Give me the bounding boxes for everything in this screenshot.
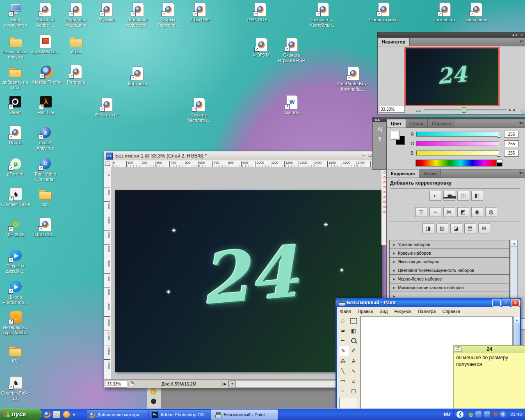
desktop-icon[interactable]: Почта: [1, 126, 30, 146]
start-button[interactable]: пуск: [0, 409, 42, 420]
desktop-icon[interactable]: ▶Секреты дизайн...: [1, 249, 30, 274]
zoom-out-icon[interactable]: ▲▲: [415, 109, 421, 112]
channel-slider[interactable]: [416, 132, 499, 137]
pencil-tool[interactable]: ✎: [338, 346, 349, 356]
scroll-up-icon[interactable]: ▲: [514, 317, 520, 324]
vibrance-icon[interactable]: ▽: [415, 207, 427, 217]
desktop-icon[interactable]: ✿QIP 2005: [1, 217, 30, 237]
channel-value-field[interactable]: 255: [504, 140, 519, 147]
selective-color-icon[interactable]: ⊠: [478, 224, 490, 233]
zoom-level-field[interactable]: 33,33%: [105, 381, 127, 388]
select-tool[interactable]: [349, 316, 358, 326]
preset-row[interactable]: ▶Экспозиция наборов: [390, 258, 509, 266]
desktop-icon[interactable]: кинопоиск: [462, 2, 491, 23]
desktop-icon[interactable]: игры: [62, 34, 90, 55]
paint-title-bar[interactable]: Безымянный - Paint _□✕: [336, 298, 521, 307]
maximize-icon[interactable]: □: [502, 299, 510, 307]
sticky-note-body[interactable]: он меньше по размеру получается: [454, 353, 525, 409]
channel-slider-handle-icon[interactable]: [497, 153, 501, 156]
levels-icon[interactable]: ▂▅▃: [443, 191, 455, 201]
color-balance-icon[interactable]: ⋈: [443, 207, 455, 217]
navigator-preview[interactable]: 24: [404, 47, 500, 106]
magnifier-tool[interactable]: [349, 336, 358, 345]
color-picker-tool[interactable]: ✒: [338, 336, 348, 345]
desktop-icon[interactable]: KU: [1, 344, 30, 364]
quick-launch-overflow-icon[interactable]: »: [73, 412, 75, 417]
scroll-left-icon[interactable]: ◄: [228, 381, 236, 387]
desktop-icon[interactable]: torrents.ru: [431, 2, 459, 23]
eraser-tool[interactable]: ▰: [338, 326, 348, 336]
preset-row[interactable]: ▶Уровни наборов: [390, 240, 509, 249]
black-white-icon[interactable]: ◩: [457, 207, 469, 217]
foreground-color-swatch[interactable]: [391, 131, 400, 140]
character-panel-icon[interactable]: A|: [373, 126, 387, 132]
desktop-icon[interactable]: В Контакте: [92, 98, 121, 118]
task-button[interactable]: PsAdobe Photoshop CS...: [148, 409, 215, 420]
desktop-icon[interactable]: Картинки: [123, 66, 152, 87]
menu-item-Вид[interactable]: Вид: [376, 309, 391, 314]
brightness-contrast-icon[interactable]: ◐: [429, 191, 441, 201]
desktop-icon[interactable]: Уроки по Adobe ...: [31, 2, 59, 28]
curve-tool[interactable]: ∿: [349, 366, 358, 376]
dock-expand-icon[interactable]: ▶▶: [375, 118, 380, 122]
desktop-icon[interactable]: Paranoia: [62, 65, 90, 85]
photo-filter-icon[interactable]: ◉: [471, 207, 483, 217]
dock-close-icon[interactable]: ✕: [520, 33, 523, 37]
torrent1-icon[interactable]: [475, 411, 482, 418]
avast-sphere-icon[interactable]: a: [500, 411, 506, 418]
ruler-origin-box[interactable]: [104, 160, 111, 167]
maximize-icon[interactable]: □: [369, 152, 372, 158]
avast-v-icon[interactable]: V: [492, 411, 498, 418]
desktop-icon[interactable]: The Pirate Bay - Крупнейш...: [337, 66, 370, 92]
menu-item-Палитра[interactable]: Палитра: [415, 309, 439, 314]
navigator-zoom-slider[interactable]: [424, 110, 507, 110]
firefox-icon[interactable]: [43, 411, 50, 418]
rectangle-tool[interactable]: ▭: [338, 376, 348, 386]
airbrush-tool[interactable]: ⁂: [338, 356, 348, 366]
desktop-icon[interactable]: добавить на мр3: [1, 65, 30, 90]
spectrum-black-swatch[interactable]: [497, 162, 502, 167]
invert-icon[interactable]: ◨: [422, 224, 434, 233]
desktop-icon[interactable]: Inshaker — Коктейльн...: [308, 2, 338, 28]
desktop-icon[interactable]: ♞Counter-Strike: [1, 187, 30, 207]
exposure-icon[interactable]: ◧: [471, 191, 483, 201]
desktop-icon[interactable]: CTotal Video Converter: [31, 157, 59, 182]
desktop-icon[interactable]: ФОРУМ: [247, 38, 276, 58]
color-spectrum-bar[interactable]: [415, 160, 497, 167]
minimize-icon[interactable]: –: [362, 152, 365, 158]
channel-slider[interactable]: [416, 151, 499, 155]
qip-icon[interactable]: ✿: [467, 411, 473, 418]
desktop-icon[interactable]: http10.10....: [31, 217, 59, 237]
desktop-icon[interactable]: µµTorrent: [1, 157, 30, 177]
tab-adjust-2[interactable]: Маски: [419, 169, 441, 178]
ellipse-tool[interactable]: ○: [338, 386, 348, 395]
line-tool[interactable]: ╲: [338, 366, 348, 376]
posterize-icon[interactable]: ▨: [436, 224, 448, 233]
desktop-icon[interactable]: Игры PSP: [185, 2, 214, 23]
tab-navigator[interactable]: Навигатор: [378, 38, 410, 46]
menu-item-Правка[interactable]: Правка: [354, 309, 376, 314]
desktop-icon[interactable]: Mozilla Firefox: [32, 65, 62, 85]
free-form-select-tool[interactable]: ✩: [338, 316, 348, 326]
menu-item-Рисунок[interactable]: Рисунок: [391, 309, 415, 314]
panel-menu-icon[interactable]: ▾≡: [519, 121, 524, 125]
language-indicator[interactable]: RU: [444, 412, 450, 417]
desktop-icon[interactable]: скачать: [277, 95, 306, 115]
menu-item-Справка[interactable]: Справка: [439, 309, 463, 314]
desktop-icon[interactable]: aavast! Antivirus: [31, 126, 59, 151]
zoom-in-icon[interactable]: ▲▲: [507, 107, 516, 112]
task-button[interactable]: Безымянный - Paint: [211, 409, 278, 420]
desktop-icon[interactable]: psp: [31, 187, 59, 207]
tab-color-2[interactable]: Стили: [406, 119, 428, 128]
close-icon[interactable]: ✕: [511, 299, 520, 307]
tray-chevron-icon[interactable]: ❮: [456, 411, 464, 418]
tab-color-3[interactable]: Образцы: [428, 119, 455, 128]
desktop-icon[interactable]: флейринг видео уро...: [123, 2, 153, 28]
curves-icon[interactable]: ◫: [457, 191, 469, 201]
desktop-icon[interactable]: Steam: [1, 95, 30, 115]
menu-item-Файл[interactable]: Файл: [337, 309, 354, 314]
desktop-icon[interactable]: Неиспольз... ярлыки: [1, 34, 30, 60]
desktop-icon[interactable]: Новинки кино: [368, 2, 399, 23]
gradient-map-icon[interactable]: ▤: [464, 224, 476, 233]
task-button[interactable]: Добавление матери...: [86, 409, 153, 420]
